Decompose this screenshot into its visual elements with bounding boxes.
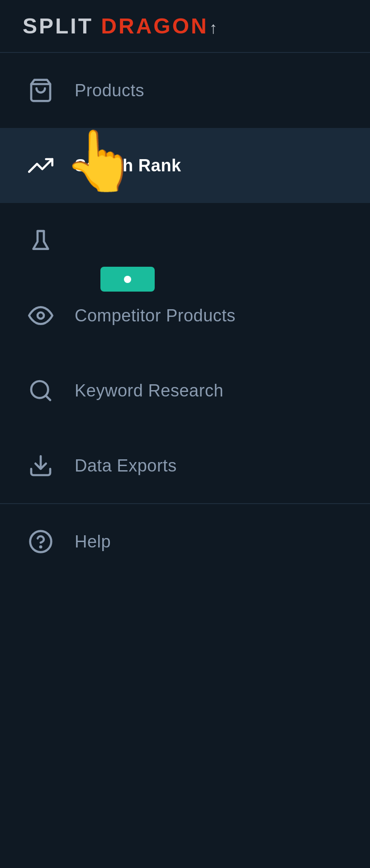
data-exports-label: Data Exports: [75, 456, 177, 476]
sidebar-item-ab-testing[interactable]: [0, 203, 370, 278]
keyword-research-label: Keyword Research: [75, 381, 223, 401]
svg-point-2: [38, 312, 44, 319]
sidebar-item-data-exports[interactable]: Data Exports: [0, 428, 370, 503]
help-circle-icon: [25, 526, 57, 557]
products-label: Products: [75, 81, 144, 100]
trending-up-icon: [25, 150, 57, 181]
svg-line-4: [46, 396, 50, 400]
logo-split: SPLIT: [23, 14, 93, 38]
flask-icon: [25, 225, 57, 256]
teal-dot: [124, 276, 131, 283]
search-rank-label: Search Rank: [75, 156, 181, 175]
download-icon: [25, 450, 57, 481]
logo-dragon: DRAGON: [101, 14, 208, 38]
sidebar-item-keyword-research[interactable]: Keyword Research: [0, 353, 370, 428]
teal-indicator: [100, 267, 155, 292]
logo: SPLIT DRAGON↑: [23, 14, 219, 38]
sidebar-item-products[interactable]: Products: [0, 53, 370, 128]
logo-arrow: ↑: [209, 19, 219, 37]
shopping-bag-icon: [25, 75, 57, 106]
sidebar-item-search-rank[interactable]: Search Rank: [0, 128, 370, 203]
logo-area: SPLIT DRAGON↑: [0, 0, 370, 53]
sidebar-item-competitor-products[interactable]: Competitor Products: [0, 278, 370, 353]
eye-icon: [25, 300, 57, 331]
sidebar-item-help[interactable]: Help: [0, 504, 370, 579]
sidebar: SPLIT DRAGON↑ Products: [0, 0, 370, 868]
nav-items: Products Search Rank: [0, 53, 370, 868]
search-icon: [25, 375, 57, 406]
competitor-products-label: Competitor Products: [75, 306, 236, 326]
help-label: Help: [75, 532, 111, 552]
